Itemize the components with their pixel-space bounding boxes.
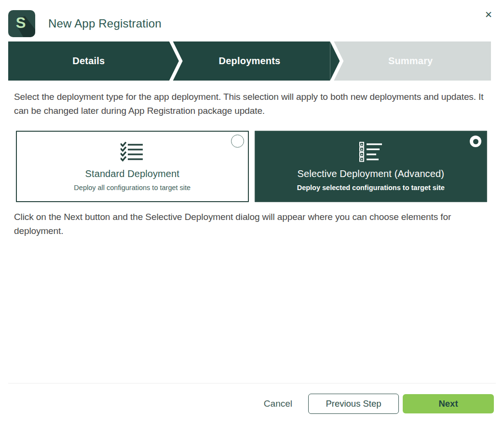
step-summary-label: Summary [388, 55, 433, 67]
cancel-button[interactable]: Cancel [264, 398, 292, 409]
app-logo: S [8, 10, 35, 37]
option-title: Selective Deployment (Advanced) [298, 168, 444, 179]
step-details-label: Details [72, 55, 105, 67]
option-selective-deployment[interactable]: Selective Deployment (Advanced) Deploy s… [255, 131, 488, 202]
option-standard-deployment[interactable]: Standard Deployment Deploy all configura… [16, 131, 249, 202]
option-title: Standard Deployment [85, 168, 179, 179]
close-icon[interactable]: ✕ [482, 9, 495, 21]
previous-step-button[interactable]: Previous Step [308, 394, 399, 414]
step-wizard: Details Deployments Summary [8, 41, 491, 81]
spacer [0, 238, 504, 383]
option-subtitle: Deploy all configurations to target site [74, 184, 191, 192]
dialog-footer: Cancel Previous Step Next [8, 383, 496, 425]
step-deployments[interactable]: Deployments [169, 41, 330, 81]
radio-unselected-icon[interactable] [231, 135, 244, 148]
intro-text: Select the deployment type for the app d… [14, 90, 490, 118]
checklist-checks-icon [121, 142, 144, 162]
note-text: Click on the Next button and the Selecti… [14, 210, 490, 238]
step-summary: Summary [330, 41, 491, 81]
new-app-registration-dialog: S New App Registration ✕ Details Deploym… [0, 0, 504, 425]
step-details[interactable]: Details [8, 41, 169, 81]
deployment-options: Standard Deployment Deploy all configura… [16, 131, 487, 202]
dialog-header: S New App Registration [0, 0, 504, 41]
checklist-checkboxes-icon [359, 142, 382, 162]
option-subtitle: Deploy selected configurations to target… [297, 184, 445, 192]
radio-selected-icon[interactable] [470, 136, 481, 147]
step-deployments-label: Deployments [219, 55, 281, 67]
dialog-title: New App Registration [48, 17, 162, 30]
next-button[interactable]: Next [403, 394, 494, 413]
logo-letter: S [8, 10, 33, 36]
